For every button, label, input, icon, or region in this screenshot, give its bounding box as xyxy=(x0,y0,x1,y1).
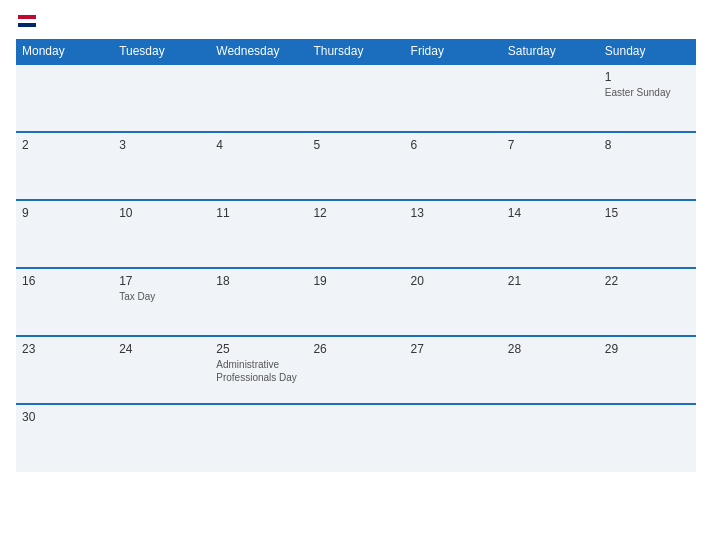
calendar-cell: 11 xyxy=(210,200,307,268)
calendar-cell xyxy=(502,404,599,472)
calendar-cell: 26 xyxy=(307,336,404,404)
day-number: 26 xyxy=(313,342,398,356)
day-number: 4 xyxy=(216,138,301,152)
calendar-table: MondayTuesdayWednesdayThursdayFridaySatu… xyxy=(16,39,696,472)
day-number: 8 xyxy=(605,138,690,152)
calendar-cell: 3 xyxy=(113,132,210,200)
calendar-cell: 10 xyxy=(113,200,210,268)
calendar-cell xyxy=(599,404,696,472)
day-number: 7 xyxy=(508,138,593,152)
day-number: 15 xyxy=(605,206,690,220)
calendar-cell: 19 xyxy=(307,268,404,336)
calendar-cell: 20 xyxy=(405,268,502,336)
day-number: 10 xyxy=(119,206,204,220)
calendar-row-4: 232425Administrative Professionals Day26… xyxy=(16,336,696,404)
day-number: 22 xyxy=(605,274,690,288)
calendar-cell xyxy=(16,64,113,132)
day-number: 2 xyxy=(22,138,107,152)
calendar-cell: 24 xyxy=(113,336,210,404)
calendar-header xyxy=(16,12,696,29)
day-number: 30 xyxy=(22,410,107,424)
logo xyxy=(16,12,36,29)
calendar-cell: 28 xyxy=(502,336,599,404)
calendar-cell: 13 xyxy=(405,200,502,268)
calendar-cell: 15 xyxy=(599,200,696,268)
day-number: 17 xyxy=(119,274,204,288)
calendar-cell: 2 xyxy=(16,132,113,200)
day-number: 20 xyxy=(411,274,496,288)
calendar-cell: 7 xyxy=(502,132,599,200)
calendar-cell xyxy=(307,64,404,132)
calendar-row-2: 9101112131415 xyxy=(16,200,696,268)
calendar-cell: 17Tax Day xyxy=(113,268,210,336)
day-number: 12 xyxy=(313,206,398,220)
weekday-header-wednesday: Wednesday xyxy=(210,39,307,64)
calendar-cell xyxy=(502,64,599,132)
day-number: 21 xyxy=(508,274,593,288)
holiday-label: Administrative Professionals Day xyxy=(216,358,301,384)
calendar-row-3: 1617Tax Day1819202122 xyxy=(16,268,696,336)
calendar-cell: 16 xyxy=(16,268,113,336)
calendar-cell: 18 xyxy=(210,268,307,336)
day-number: 11 xyxy=(216,206,301,220)
calendar-body: 1Easter Sunday234567891011121314151617Ta… xyxy=(16,64,696,472)
calendar-cell: 30 xyxy=(16,404,113,472)
calendar-cell xyxy=(113,404,210,472)
day-number: 25 xyxy=(216,342,301,356)
day-number: 5 xyxy=(313,138,398,152)
calendar-cell xyxy=(210,404,307,472)
weekday-header-sunday: Sunday xyxy=(599,39,696,64)
calendar-row-1: 2345678 xyxy=(16,132,696,200)
day-number: 13 xyxy=(411,206,496,220)
day-number: 9 xyxy=(22,206,107,220)
day-number: 28 xyxy=(508,342,593,356)
calendar-cell: 8 xyxy=(599,132,696,200)
holiday-label: Tax Day xyxy=(119,290,204,303)
calendar-cell: 27 xyxy=(405,336,502,404)
weekday-header-friday: Friday xyxy=(405,39,502,64)
calendar-wrapper: MondayTuesdayWednesdayThursdayFridaySatu… xyxy=(0,0,712,550)
day-number: 6 xyxy=(411,138,496,152)
weekday-header-monday: Monday xyxy=(16,39,113,64)
calendar-cell xyxy=(405,64,502,132)
calendar-cell xyxy=(113,64,210,132)
weekday-header-tuesday: Tuesday xyxy=(113,39,210,64)
calendar-cell xyxy=(210,64,307,132)
calendar-cell: 6 xyxy=(405,132,502,200)
calendar-cell: 1Easter Sunday xyxy=(599,64,696,132)
calendar-cell: 4 xyxy=(210,132,307,200)
calendar-row-5: 30 xyxy=(16,404,696,472)
logo-flag-icon xyxy=(18,15,36,27)
day-number: 29 xyxy=(605,342,690,356)
calendar-cell: 22 xyxy=(599,268,696,336)
calendar-cell: 23 xyxy=(16,336,113,404)
day-number: 18 xyxy=(216,274,301,288)
day-number: 16 xyxy=(22,274,107,288)
holiday-label: Easter Sunday xyxy=(605,86,690,99)
calendar-row-0: 1Easter Sunday xyxy=(16,64,696,132)
calendar-cell: 5 xyxy=(307,132,404,200)
day-number: 3 xyxy=(119,138,204,152)
calendar-thead: MondayTuesdayWednesdayThursdayFridaySatu… xyxy=(16,39,696,64)
weekday-header-thursday: Thursday xyxy=(307,39,404,64)
day-number: 24 xyxy=(119,342,204,356)
calendar-cell: 14 xyxy=(502,200,599,268)
day-number: 14 xyxy=(508,206,593,220)
weekday-header-row: MondayTuesdayWednesdayThursdayFridaySatu… xyxy=(16,39,696,64)
day-number: 1 xyxy=(605,70,690,84)
logo-blue-text xyxy=(16,12,36,29)
calendar-cell xyxy=(307,404,404,472)
calendar-cell: 25Administrative Professionals Day xyxy=(210,336,307,404)
calendar-cell: 12 xyxy=(307,200,404,268)
weekday-header-saturday: Saturday xyxy=(502,39,599,64)
day-number: 19 xyxy=(313,274,398,288)
calendar-cell: 21 xyxy=(502,268,599,336)
calendar-cell: 29 xyxy=(599,336,696,404)
day-number: 27 xyxy=(411,342,496,356)
day-number: 23 xyxy=(22,342,107,356)
calendar-cell xyxy=(405,404,502,472)
calendar-cell: 9 xyxy=(16,200,113,268)
